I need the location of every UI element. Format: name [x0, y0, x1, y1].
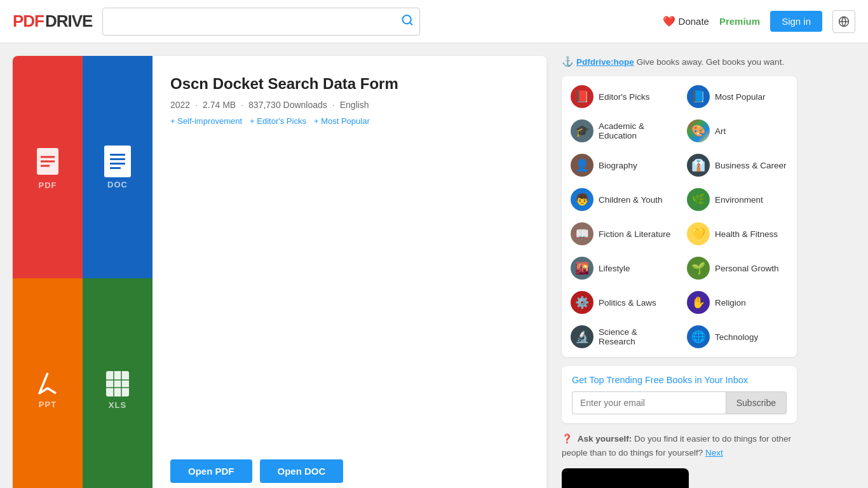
book-cover: PDF DOC PPT — [13, 56, 153, 488]
hope-bar: ⚓ Pdfdrive:hope Give books away. Get boo… — [562, 56, 797, 67]
category-item-lifestyle[interactable]: 🌇Lifestyle — [564, 252, 678, 285]
question-icon: ❓ — [562, 434, 573, 444]
category-thumb: 🌇 — [571, 257, 593, 280]
email-section: Get Top Trending Free Books in Your Inbo… — [562, 366, 797, 423]
search-input[interactable] — [102, 8, 420, 36]
meta-dot-3: · — [332, 100, 335, 110]
book-title: Oscn Docket Search Data Form — [170, 74, 529, 93]
language-button[interactable] — [832, 10, 855, 33]
signin-button[interactable]: Sign in — [770, 11, 822, 32]
google-play-label: Google Play — [592, 482, 651, 488]
book-info: Oscn Docket Search Data Form 2022 · 2.74… — [153, 56, 546, 488]
category-name: Children & Youth — [599, 195, 663, 205]
category-thumb: 🌱 — [687, 257, 710, 280]
logo[interactable]: PDF DRIVE — [13, 11, 92, 31]
category-name: Health & Fitness — [715, 229, 778, 239]
category-item-biography[interactable]: 👤Biography — [564, 149, 678, 182]
category-thumb: 🎓 — [571, 119, 593, 142]
ask-link[interactable]: Next — [705, 448, 723, 458]
meta-dot-1: · — [195, 100, 198, 110]
ppt-label: PPT — [39, 400, 57, 409]
cover-doc: DOC — [83, 56, 153, 278]
category-thumb: 👔 — [687, 154, 710, 177]
category-thumb: 📘 — [687, 85, 710, 108]
ask-prefix: Ask yourself: — [578, 434, 632, 444]
xls-label: XLS — [109, 400, 126, 410]
email-title: Get Top Trending Free Books in Your Inbo… — [572, 375, 787, 385]
doc-icon-inner — [104, 146, 131, 177]
google-play-button[interactable]: ▶ GET IT ON Google Play — [562, 468, 689, 488]
category-thumb: 👤 — [571, 154, 593, 177]
pdf-label: PDF — [39, 180, 57, 190]
category-thumb: ✋ — [687, 291, 710, 314]
category-item-environment[interactable]: 🌿Environment — [681, 183, 794, 216]
logo-pdf: PDF — [13, 11, 44, 31]
donate-label: Donate — [679, 16, 709, 27]
cover-ppt: PPT — [13, 278, 83, 488]
email-input[interactable] — [572, 391, 726, 414]
category-thumb: 🔬 — [571, 325, 593, 348]
category-item-personal-growth[interactable]: 🌱Personal Growth — [681, 252, 794, 285]
category-name: Religion — [715, 298, 746, 308]
search-button[interactable] — [401, 13, 414, 29]
category-item-politics---laws[interactable]: ⚙️Politics & Laws — [564, 286, 678, 319]
book-actions: Open PDF Open DOC — [170, 449, 529, 483]
subscribe-button[interactable]: Subscribe — [726, 391, 787, 414]
email-row: Subscribe — [572, 391, 787, 414]
cover-xls: XLS — [83, 278, 153, 488]
book-year: 2022 — [170, 100, 190, 110]
meta-dot-2: · — [241, 100, 243, 110]
category-name: Editor's Picks — [599, 92, 650, 102]
category-item-editor-s-picks[interactable]: 📕Editor's Picks — [564, 80, 678, 113]
book-tags: Self-improvement Editor's Picks Most Pop… — [170, 116, 529, 126]
play-text-block: GET IT ON Google Play — [592, 475, 651, 488]
category-thumb: 📕 — [571, 85, 593, 108]
tag-most-popular[interactable]: Most Popular — [314, 116, 370, 126]
category-name: Academic & Education — [599, 121, 672, 140]
book-downloads: 837,730 Downloads — [248, 100, 327, 110]
category-item-health---fitness[interactable]: 💛Health & Fitness — [681, 217, 794, 250]
hope-text: Give books away. Get books you want. — [637, 57, 784, 67]
doc-label: DOC — [107, 180, 128, 189]
anchor-icon: ⚓ — [562, 56, 574, 67]
category-thumb: 👦 — [571, 188, 593, 211]
category-item-fiction---literature[interactable]: 📖Fiction & Literature — [564, 217, 678, 250]
svg-rect-8 — [106, 371, 129, 396]
premium-button[interactable]: Premium — [719, 16, 760, 27]
get-it-on-text: GET IT ON — [592, 475, 651, 482]
category-thumb: 🎨 — [687, 119, 710, 142]
category-name: Art — [715, 126, 726, 136]
category-thumb: 🌐 — [687, 325, 710, 348]
category-item-religion[interactable]: ✋Religion — [681, 286, 794, 319]
category-item-art[interactable]: 🎨Art — [681, 114, 794, 147]
category-item-most-popular[interactable]: 📘Most Popular — [681, 80, 794, 113]
category-item-children---youth[interactable]: 👦Children & Youth — [564, 183, 678, 216]
category-name: Environment — [715, 195, 763, 205]
open-doc-button[interactable]: Open DOC — [260, 459, 344, 483]
xls-icon — [105, 370, 130, 398]
google-play-container: ▶ GET IT ON Google Play — [562, 468, 797, 488]
main-content: PDF DOC PPT — [0, 43, 868, 488]
svg-line-1 — [410, 22, 412, 25]
search-bar — [102, 8, 420, 36]
ppt-icon — [34, 370, 61, 397]
book-size: 2.74 MB — [203, 100, 236, 110]
donate-button[interactable]: ❤️ Donate — [663, 15, 709, 27]
category-item-technology[interactable]: 🌐Technology — [681, 320, 794, 353]
open-pdf-button[interactable]: Open PDF — [170, 459, 252, 483]
logo-drive: DRIVE — [45, 11, 92, 31]
category-name: Personal Growth — [715, 264, 779, 273]
category-thumb: 💛 — [687, 222, 710, 245]
category-item-academic---education[interactable]: 🎓Academic & Education — [564, 114, 678, 147]
cover-pdf: PDF — [13, 56, 83, 278]
hope-link[interactable]: Pdfdrive:hope — [576, 57, 634, 67]
heart-icon: ❤️ — [663, 15, 675, 27]
category-item-science---research[interactable]: 🔬Science & Research — [564, 320, 678, 353]
category-name: Biography — [599, 161, 637, 170]
category-item-business---career[interactable]: 👔Business & Career — [681, 149, 794, 182]
tag-editors-picks[interactable]: Editor's Picks — [250, 116, 306, 126]
category-thumb: 🌿 — [687, 188, 710, 211]
play-store-icon: ▶ — [572, 475, 585, 488]
categories-grid: 📕Editor's Picks📘Most Popular🎓Academic & … — [562, 76, 797, 357]
tag-self-improvement[interactable]: Self-improvement — [170, 116, 242, 126]
